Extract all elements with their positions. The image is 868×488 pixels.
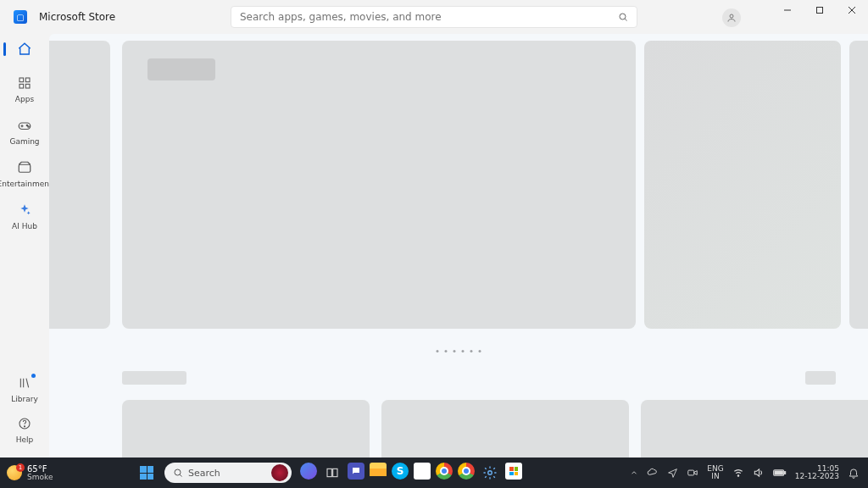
tray-meetnow-icon[interactable] xyxy=(687,467,698,479)
sidebar-item-gaming[interactable]: Gaming xyxy=(0,117,49,146)
sidebar-item-help[interactable]: Help xyxy=(0,415,49,444)
svg-rect-16 xyxy=(19,164,31,172)
svg-point-15 xyxy=(28,126,30,128)
taskbar-app-chat[interactable] xyxy=(348,463,364,480)
tray-battery-icon[interactable] xyxy=(773,468,787,478)
sidebar-item-library[interactable]: Library xyxy=(0,374,49,403)
windows-icon xyxy=(140,466,153,480)
tray-location-icon[interactable] xyxy=(667,468,678,479)
svg-line-1 xyxy=(625,19,626,20)
svg-point-28 xyxy=(737,475,739,477)
carousel-dot[interactable] xyxy=(462,350,465,352)
carousel-card-main[interactable] xyxy=(122,41,636,329)
carousel-card-next[interactable] xyxy=(644,41,841,329)
carousel-card-peek-right[interactable] xyxy=(849,41,868,329)
svg-rect-4 xyxy=(817,8,823,14)
svg-point-22 xyxy=(175,469,181,475)
tray-notifications-icon[interactable] xyxy=(848,467,860,479)
carousel-pagination[interactable] xyxy=(437,350,481,352)
window-controls xyxy=(771,0,868,20)
taskbar-app-chrome2[interactable] xyxy=(458,463,475,480)
sidebar-item-aihub[interactable]: AI Hub xyxy=(0,202,49,230)
svg-rect-27 xyxy=(688,470,694,475)
sidebar-item-apps[interactable]: Apps xyxy=(0,75,49,103)
taskbar-app-chrome[interactable] xyxy=(436,463,453,480)
tray-wifi-icon[interactable] xyxy=(732,467,744,479)
search-icon xyxy=(173,468,183,478)
weather-temp: 65°F xyxy=(27,465,53,474)
lang-bottom: IN xyxy=(711,473,719,480)
search-box[interactable] xyxy=(231,6,637,28)
taskbar-app-settings[interactable] xyxy=(480,463,500,483)
tray-overflow[interactable] xyxy=(630,469,638,477)
sidebar-item-home[interactable] xyxy=(0,41,49,61)
carousel-dot[interactable] xyxy=(470,350,473,352)
section-header-skeleton xyxy=(49,371,868,385)
svg-line-23 xyxy=(180,474,181,476)
store-logo-icon: ▢ xyxy=(14,10,27,24)
carousel-card-peek-left[interactable] xyxy=(49,41,110,329)
taskbar-app-explorer[interactable] xyxy=(370,463,387,476)
sidebar: Apps Gaming Entertainment AI Hub Library xyxy=(0,34,49,458)
library-icon xyxy=(16,374,33,391)
sidebar-item-entertainment[interactable]: Entertainment xyxy=(0,159,49,188)
sidebar-item-label: Apps xyxy=(15,95,34,103)
maximize-button[interactable] xyxy=(804,0,836,20)
skeleton-pill xyxy=(805,371,836,385)
carousel-dot[interactable] xyxy=(453,350,456,352)
home-icon xyxy=(16,41,33,58)
svg-rect-30 xyxy=(784,472,785,474)
taskbar-search[interactable]: Search xyxy=(164,463,292,483)
account-button[interactable] xyxy=(722,8,741,27)
carousel-dot[interactable] xyxy=(479,350,481,352)
taskbar-app-copilot[interactable] xyxy=(300,463,317,480)
search-input[interactable] xyxy=(240,11,618,23)
svg-rect-24 xyxy=(327,469,331,476)
taskbar-search-label: Search xyxy=(188,468,220,479)
entertainment-icon xyxy=(16,159,33,176)
svg-point-14 xyxy=(26,125,28,126)
start-button[interactable] xyxy=(136,462,158,484)
sidebar-item-label: Entertainment xyxy=(0,180,52,188)
taskbar-app-store[interactable] xyxy=(505,463,522,480)
window-title: Microsoft Store xyxy=(39,11,115,23)
svg-line-19 xyxy=(26,379,29,388)
svg-rect-31 xyxy=(775,471,782,474)
tray-clock[interactable]: 11:05 12-12-2023 xyxy=(795,465,839,480)
weather-alert-badge: 1 xyxy=(16,463,25,472)
svg-point-2 xyxy=(730,14,733,18)
skeleton-card xyxy=(641,400,868,458)
svg-rect-10 xyxy=(25,84,30,88)
sidebar-item-label: Gaming xyxy=(9,137,39,146)
taskbar: 1 65°F Smoke Search S xyxy=(0,458,868,488)
tray-onedrive-icon[interactable] xyxy=(647,467,659,479)
taskbar-app-skype[interactable]: S xyxy=(392,463,409,480)
sidebar-item-label: Library xyxy=(11,395,37,403)
carousel-dot[interactable] xyxy=(437,350,439,352)
tray-language[interactable]: ENG IN xyxy=(707,465,723,480)
clock-date: 12-12-2023 xyxy=(795,473,839,480)
card-row-skeleton xyxy=(49,400,868,458)
sidebar-item-label: Help xyxy=(16,435,34,444)
carousel-dot[interactable] xyxy=(445,350,448,352)
taskbar-center: Search S xyxy=(136,462,522,484)
weather-label: Smoke xyxy=(27,474,53,481)
skeleton-card xyxy=(122,400,370,458)
svg-point-0 xyxy=(620,14,626,19)
skeleton-pill xyxy=(147,58,215,80)
aihub-icon xyxy=(16,202,33,219)
minimize-button[interactable] xyxy=(771,0,804,20)
system-tray: ENG IN 11:05 12-12-2023 xyxy=(630,465,860,480)
svg-rect-25 xyxy=(333,469,337,476)
skeleton-pill xyxy=(122,371,186,385)
notification-dot-icon xyxy=(31,374,36,378)
svg-rect-9 xyxy=(19,84,24,88)
taskbar-app-generic[interactable] xyxy=(414,463,431,480)
svg-point-26 xyxy=(488,471,492,475)
svg-rect-7 xyxy=(19,78,24,82)
close-button[interactable] xyxy=(836,0,868,20)
taskbar-app-taskview[interactable] xyxy=(322,463,342,483)
taskbar-weather[interactable]: 1 65°F Smoke xyxy=(7,465,53,481)
search-highlight-icon xyxy=(271,464,288,481)
tray-volume-icon[interactable] xyxy=(753,467,765,479)
